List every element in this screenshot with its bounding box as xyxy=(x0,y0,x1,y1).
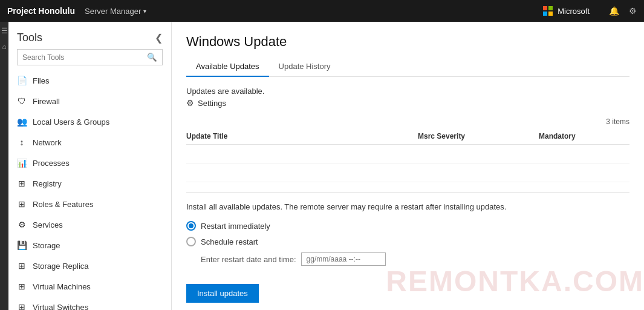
app-label: Server Manager xyxy=(85,7,141,16)
settings-row[interactable]: ⚙ Settings xyxy=(186,98,629,108)
search-button[interactable]: 🔍 xyxy=(142,50,162,65)
items-count: 3 items xyxy=(186,117,629,126)
sidebar-item-roles-features[interactable]: ⊞Roles & Features xyxy=(8,194,171,214)
home-icon[interactable]: ⌂ xyxy=(2,42,6,51)
sidebar-item-files[interactable]: 📄Files xyxy=(8,70,171,91)
table-row xyxy=(186,145,629,163)
sidebar-item-local-users[interactable]: 👥Local Users & Groups xyxy=(8,111,171,132)
services-icon: ⚙ xyxy=(17,220,27,229)
notification-icon[interactable]: 🔔 xyxy=(609,6,619,16)
settings-gear-icon: ⚙ xyxy=(186,98,194,108)
files-icon: 📄 xyxy=(17,76,27,85)
topbar: Project Honolulu Server Manager ▾ Micros… xyxy=(0,0,644,22)
col-mandatory: Mandatory xyxy=(539,132,629,140)
col-update-title: Update Title xyxy=(186,132,418,140)
content-area: Updates are available. ⚙ Settings 3 item… xyxy=(172,87,644,310)
virtual-machines-icon: ⊞ xyxy=(17,282,27,291)
microsoft-label: Microsoft xyxy=(558,7,590,16)
restart-immediately-radio[interactable] xyxy=(186,221,196,231)
roles-features-icon: ⊞ xyxy=(17,199,27,209)
microsoft-section: Microsoft xyxy=(543,6,590,16)
tabs: Available UpdatesUpdate History xyxy=(186,57,629,77)
brand-label: Project Honolulu xyxy=(7,6,75,16)
registry-icon: ⊞ xyxy=(17,179,27,188)
storage-label: Storage xyxy=(33,241,60,250)
table-row xyxy=(186,163,629,182)
schedule-date-row: Enter restart date and time: xyxy=(201,252,629,266)
divider xyxy=(186,192,629,193)
install-updates-button[interactable]: Install updates xyxy=(186,284,259,303)
topbar-icons: 🔔 ⚙ xyxy=(609,6,637,16)
sidebar-item-services[interactable]: ⚙Services xyxy=(8,214,171,235)
hamburger-icon[interactable]: ☰ xyxy=(1,27,8,35)
left-rail: ☰ ⌂ xyxy=(0,22,8,310)
files-label: Files xyxy=(33,76,49,85)
network-label: Network xyxy=(33,138,62,147)
collapse-button[interactable]: ❮ xyxy=(155,32,163,44)
storage-replica-label: Storage Replica xyxy=(33,262,89,271)
user-icon[interactable]: ⚙ xyxy=(629,6,637,16)
virtual-switches-icon: ⊞ xyxy=(17,302,27,310)
sidebar-item-virtual-switches[interactable]: ⊞Virtual Switches xyxy=(8,297,171,310)
sidebar-item-storage-replica[interactable]: ⊞Storage Replica xyxy=(8,256,171,276)
firewall-icon: 🛡 xyxy=(17,96,27,106)
virtual-switches-label: Virtual Switches xyxy=(33,303,88,311)
schedule-restart-radio[interactable] xyxy=(186,237,196,246)
microsoft-logo xyxy=(543,6,553,16)
sidebar-item-registry[interactable]: ⊞Registry xyxy=(8,173,171,194)
storage-icon: 💾 xyxy=(17,240,27,250)
restart-options: Restart immediately Schedule restart Ent… xyxy=(186,221,629,266)
sidebar-header: Tools ❮ xyxy=(8,22,171,49)
sidebar-item-storage[interactable]: 💾Storage xyxy=(8,235,171,256)
table-header: Update Title Msrc Severity Mandatory xyxy=(186,128,629,145)
main-header: Windows Update Available UpdatesUpdate H… xyxy=(172,22,644,77)
tab-update-history[interactable]: Update History xyxy=(269,57,340,77)
restart-immediately-option[interactable]: Restart immediately xyxy=(186,221,629,231)
search-input[interactable] xyxy=(18,50,142,65)
processes-icon: 📊 xyxy=(17,158,27,168)
virtual-machines-label: Virtual Machines xyxy=(33,282,91,291)
sidebar-title: Tools xyxy=(17,31,42,44)
install-notice: Install all available updates. The remot… xyxy=(186,202,629,211)
storage-replica-icon: ⊞ xyxy=(17,261,27,271)
updates-text: Updates are available. xyxy=(186,87,264,96)
app-selector[interactable]: Server Manager ▾ xyxy=(85,7,146,16)
processes-label: Processes xyxy=(33,159,70,168)
tab-available-updates[interactable]: Available Updates xyxy=(186,57,269,77)
page-title: Windows Update xyxy=(186,34,629,50)
schedule-date-label: Enter restart date and time: xyxy=(201,255,296,264)
network-icon: ↕ xyxy=(17,137,27,147)
registry-label: Registry xyxy=(33,179,62,188)
firewall-label: Firewall xyxy=(33,97,60,106)
sidebar: Tools ❮ 🔍 📄Files🛡Firewall👥Local Users & … xyxy=(8,22,172,310)
sidebar-item-processes[interactable]: 📊Processes xyxy=(8,153,171,173)
local-users-icon: 👥 xyxy=(17,117,27,127)
date-input[interactable] xyxy=(301,252,386,266)
col-msrc: Msrc Severity xyxy=(418,132,539,140)
sidebar-list: 📄Files🛡Firewall👥Local Users & Groups↕Net… xyxy=(8,70,171,310)
chevron-down-icon: ▾ xyxy=(143,8,146,15)
sidebar-item-virtual-machines[interactable]: ⊞Virtual Machines xyxy=(8,276,171,297)
schedule-restart-option[interactable]: Schedule restart xyxy=(186,237,629,246)
restart-immediately-label: Restart immediately xyxy=(201,222,270,231)
updates-available-text: Updates are available. xyxy=(186,87,629,96)
sidebar-item-firewall[interactable]: 🛡Firewall xyxy=(8,91,171,111)
app-layout: ☰ ⌂ Tools ❮ 🔍 📄Files🛡Firewall👥Local User… xyxy=(0,22,644,310)
schedule-restart-label: Schedule restart xyxy=(201,237,258,246)
settings-label: Settings xyxy=(198,99,226,108)
local-users-label: Local Users & Groups xyxy=(33,117,109,127)
sidebar-item-network[interactable]: ↕Network xyxy=(8,132,171,153)
roles-features-label: Roles & Features xyxy=(33,200,93,209)
services-label: Services xyxy=(33,220,63,229)
search-box: 🔍 xyxy=(17,49,163,65)
main-content: Windows Update Available UpdatesUpdate H… xyxy=(172,22,644,310)
